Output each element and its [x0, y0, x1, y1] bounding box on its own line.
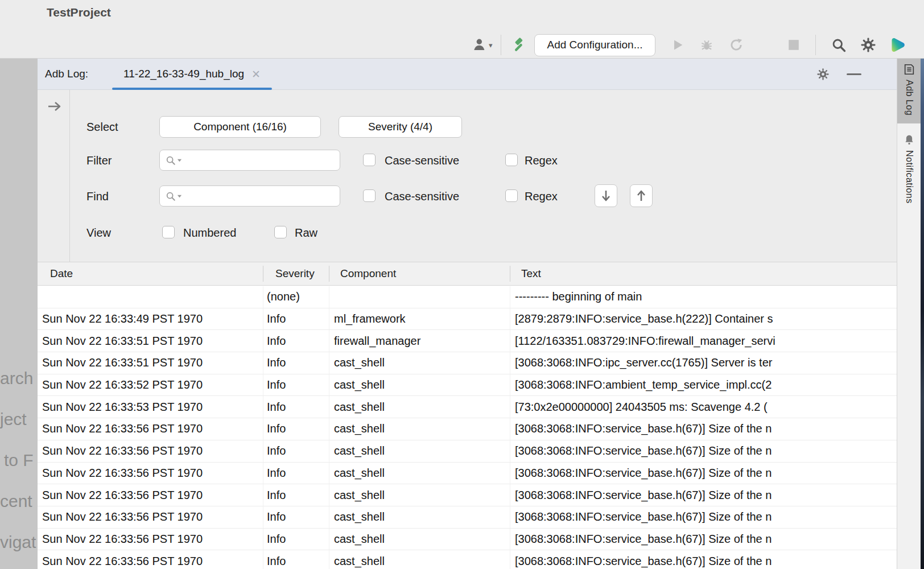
log-cell-text: [3068:3068:INFO:service_base.h(67)] Size…	[510, 506, 897, 528]
tab-notifications[interactable]: Notifications	[897, 129, 921, 212]
expand-arrow-icon[interactable]	[47, 100, 62, 113]
numbered-checkbox[interactable]	[162, 226, 175, 238]
log-table-header: Date Severity Component Text	[38, 262, 897, 286]
find-search-input[interactable]	[183, 186, 340, 206]
profiler-icon	[729, 38, 744, 52]
log-cell-date: Sun Nov 22 16:33:56 PST 1970	[38, 467, 263, 480]
search-icon[interactable]	[831, 37, 847, 53]
log-cell-severity: Info	[263, 550, 329, 569]
filter-search-input[interactable]	[183, 150, 340, 170]
log-cell-date: Sun Nov 22 16:33:56 PST 1970	[38, 555, 263, 568]
tool-window-tab-strip: Adb Log Notifications	[897, 59, 921, 569]
log-cell-text: [3068:3068:INFO:ambient_temp_service_imp…	[510, 374, 897, 396]
log-row[interactable]: Sun Nov 22 16:33:56 PST 1970 Info cast_s…	[38, 550, 897, 569]
stop-icon	[787, 39, 800, 51]
log-table-body: (none) --------- beginning of main Sun N…	[38, 286, 897, 569]
log-row[interactable]: Sun Nov 22 16:33:53 PST 1970 Info cast_s…	[38, 396, 897, 418]
build-hammer-icon[interactable]	[509, 36, 526, 53]
log-row[interactable]: Sun Nov 22 16:33:56 PST 1970 Info cast_s…	[38, 506, 897, 529]
column-header-date[interactable]: Date	[50, 262, 73, 285]
column-header-component[interactable]: Component	[340, 262, 396, 285]
log-cell-text: [3068:3068:INFO:service_base.h(67)] Size…	[510, 529, 897, 550]
log-cell-text: [2879:2879:INFO:service_base.h(222)] Con…	[510, 308, 897, 330]
find-case-sensitive-label: Case-sensitive	[385, 190, 459, 203]
component-filter-button[interactable]: Component (16/16)	[159, 116, 321, 138]
numbered-label: Numbered	[183, 226, 236, 240]
filter-search-field[interactable]	[159, 150, 340, 171]
log-cell-severity: Info	[263, 440, 329, 462]
close-icon[interactable]: ✕	[251, 69, 261, 80]
tab-adb-log[interactable]: Adb Log	[897, 59, 921, 123]
column-header-text[interactable]: Text	[521, 262, 541, 285]
log-row[interactable]: Sun Nov 22 16:33:51 PST 1970 Info firewa…	[38, 330, 897, 352]
log-row[interactable]: Sun Nov 22 16:33:52 PST 1970 Info cast_s…	[38, 374, 897, 397]
log-cell-severity: Info	[263, 396, 329, 418]
run-icon	[671, 38, 684, 52]
title-bar: TestProject ▾ Add Configuration...	[0, 0, 924, 59]
log-cell-date: Sun Nov 22 16:33:49 PST 1970	[38, 312, 263, 325]
log-cell-component: cast_shell	[329, 396, 510, 418]
select-label: Select	[86, 121, 118, 134]
background-window-strip: arch ject to F cent vigat	[0, 59, 38, 569]
log-cell-component: cast_shell	[329, 550, 510, 569]
log-cell-component: cast_shell	[329, 374, 510, 396]
raw-checkbox[interactable]	[274, 226, 287, 238]
log-cell-severity: Info	[263, 374, 329, 396]
log-cell-severity: Info	[263, 484, 329, 506]
column-header-severity[interactable]: Severity	[275, 262, 315, 285]
severity-filter-button[interactable]: Severity (4/4)	[339, 116, 462, 138]
debug-bug-icon	[699, 38, 714, 52]
column-divider[interactable]	[510, 266, 510, 282]
log-row[interactable]: Sun Nov 22 16:33:49 PST 1970 Info ml_fra…	[38, 308, 897, 331]
bell-icon	[903, 134, 915, 146]
log-row[interactable]: Sun Nov 22 16:33:56 PST 1970 Info cast_s…	[38, 484, 897, 506]
filter-panel: Select Component (16/16) Severity (4/4) …	[38, 90, 897, 262]
log-row[interactable]: (none) --------- beginning of main	[38, 286, 897, 308]
log-cell-text: [73:0x2e00000000] 24043505 ms: Scavenge …	[510, 396, 897, 418]
log-cell-component: cast_shell	[329, 440, 510, 462]
chevron-down-icon[interactable]: ▾	[489, 41, 493, 50]
log-cell-component: cast_shell	[329, 529, 510, 550]
log-row[interactable]: Sun Nov 22 16:33:56 PST 1970 Info cast_s…	[38, 440, 897, 463]
background-text-fragment: ject	[0, 410, 27, 429]
column-divider[interactable]	[329, 266, 329, 282]
raw-label: Raw	[295, 226, 317, 240]
log-file-tab[interactable]: 11-22_16-33-49_hub_log ✕	[112, 59, 272, 90]
find-next-button[interactable]	[595, 184, 617, 207]
log-row[interactable]: Sun Nov 22 16:33:56 PST 1970 Info cast_s…	[38, 463, 897, 485]
find-search-field[interactable]	[159, 185, 340, 207]
find-previous-button[interactable]	[630, 184, 653, 207]
adb-log-panel: Adb Log: 11-22_16-33-49_hub_log ✕	[38, 59, 897, 569]
panel-settings-gear-icon[interactable]	[816, 68, 830, 81]
log-cell-date: Sun Nov 22 16:33:56 PST 1970	[38, 510, 263, 523]
log-cell-text: [3068:3068:INFO:service_base.h(67)] Size…	[510, 463, 897, 484]
find-regex-label: Regex	[525, 190, 558, 203]
device-sphere-icon[interactable]	[888, 35, 907, 55]
filter-regex-checkbox[interactable]	[505, 154, 518, 166]
log-cell-severity: Info	[263, 529, 329, 550]
toolbar-separator	[815, 35, 816, 55]
panel-gutter	[38, 90, 70, 262]
log-cell-date: Sun Nov 22 16:33:56 PST 1970	[38, 533, 263, 546]
find-case-sensitive-checkbox[interactable]	[363, 189, 376, 202]
find-regex-checkbox[interactable]	[505, 189, 518, 202]
background-text-fragment: to F	[4, 451, 34, 470]
filter-case-sensitive-checkbox[interactable]	[363, 154, 376, 166]
minimize-icon[interactable]	[847, 73, 861, 75]
active-tab-underline	[112, 88, 272, 90]
add-configuration-button[interactable]: Add Configuration...	[534, 34, 656, 56]
arrow-down-icon	[600, 189, 612, 202]
panel-title: Adb Log:	[45, 68, 88, 80]
column-divider[interactable]	[263, 266, 263, 282]
log-cell-text: [3068:3068:INFO:service_base.h(67)] Size…	[510, 550, 897, 569]
log-row[interactable]: Sun Nov 22 16:33:56 PST 1970 Info cast_s…	[38, 529, 897, 551]
log-row[interactable]: Sun Nov 22 16:33:51 PST 1970 Info cast_s…	[38, 352, 897, 374]
user-profile-icon[interactable]	[472, 38, 487, 52]
log-cell-date: Sun Nov 22 16:33:51 PST 1970	[38, 335, 263, 348]
background-text-fragment: arch	[0, 369, 33, 388]
log-cell-text: [3068:3068:INFO:ipc_server.cc(1765)] Ser…	[510, 352, 897, 374]
log-cell-component: cast_shell	[329, 352, 510, 374]
log-cell-component: cast_shell	[329, 418, 510, 440]
settings-gear-icon[interactable]	[860, 37, 876, 53]
log-row[interactable]: Sun Nov 22 16:33:56 PST 1970 Info cast_s…	[38, 418, 897, 440]
